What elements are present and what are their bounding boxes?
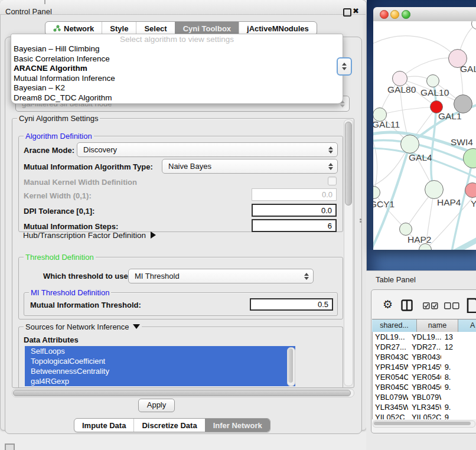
table-cell: 12 [441, 342, 476, 352]
table-cell: 9 [441, 412, 476, 419]
close-window-icon[interactable] [380, 10, 389, 19]
mi-threshold-input[interactable] [250, 298, 333, 311]
network-window-titlebar[interactable] [373, 7, 476, 22]
column-layout-icon[interactable] [401, 299, 413, 311]
zoom-window-icon[interactable] [402, 10, 410, 19]
manual-kernel-width-label: Manual Kernel Width Definition [24, 178, 137, 187]
table-row[interactable]: YBR045CYBR045C9. [373, 382, 476, 392]
tab-impute-data[interactable]: Impute Data [74, 419, 133, 432]
scrollbar-thumb[interactable] [13, 390, 351, 396]
network-node-y[interactable] [465, 182, 476, 198]
table-cell [441, 392, 476, 402]
tab-infer-network[interactable]: Infer Network [205, 419, 270, 432]
algorithm-option-basic-correlation-inference[interactable]: Basic Correlation Inference [11, 54, 343, 64]
manual-kernel-width-checkbox[interactable] [328, 177, 337, 185]
settings-vertical-scrollbar[interactable] [344, 119, 353, 386]
threshold-definition-group: Threshold Definition Which threshold to … [18, 257, 343, 319]
gear-icon[interactable]: ⚙ [383, 299, 393, 311]
table-cell: 9. [441, 362, 476, 372]
apply-button[interactable]: Apply [138, 399, 175, 412]
sources-expander[interactable]: Sources for Network Inference [24, 322, 142, 331]
tab-discretize-data[interactable]: Discretize Data [133, 419, 204, 432]
algorithm-option-bayesian-k2[interactable]: Bayesian – K2 [11, 83, 343, 93]
network-node-label: GAL10 [420, 87, 449, 98]
table-row[interactable]: YIL052CYIL052C9 [373, 412, 476, 419]
table-row[interactable]: YBL079WYBL079W [373, 392, 476, 402]
table-cell: 8. [441, 372, 476, 382]
network-node-label: HAP4 [437, 197, 461, 208]
mi-algorithm-type-combo[interactable]: Naive Bayes [162, 159, 338, 174]
aracne-mode-label: Aracne Mode: [24, 146, 74, 155]
table-row[interactable]: YDR27...YDR27...12 [373, 342, 476, 352]
column-header-shared[interactable]: shared... [372, 319, 417, 332]
table-cell: YPR145W [373, 362, 408, 372]
panel-resize-gripper[interactable] [360, 218, 362, 224]
stepper-down-icon [342, 67, 347, 70]
minimize-window-icon[interactable] [390, 10, 399, 19]
table-cell [441, 352, 476, 362]
attributes-list-scrollbar[interactable] [287, 347, 295, 386]
minimized-window-icon[interactable] [5, 444, 15, 450]
algorithm-option-dream8-dc-tdc-algorithm[interactable]: Dream8 DC_TDC Algorithm [11, 93, 343, 103]
algorithm-options-list: Bayesian – Hill ClimbingBasic Correlatio… [11, 44, 343, 103]
mi-algorithm-type-label: Mutual Information Algorithm Type: [24, 162, 153, 171]
table-row[interactable]: YBR043CYBR043C [373, 352, 476, 362]
tab-select[interactable]: Select [136, 22, 174, 35]
tab-label: Cyni Toolbox [183, 24, 231, 33]
network-node-label: GAL [460, 64, 476, 74]
column-header-name[interactable]: name [417, 319, 458, 332]
attribute-option-gal4rgexp[interactable]: gal4RGexp [25, 376, 295, 386]
network-node-gal4[interactable] [400, 135, 419, 154]
table-cell: YDL19... [373, 332, 408, 342]
table-row[interactable]: YER054CYER054C8. [373, 372, 476, 382]
attribute-option-betweennesscentrality[interactable]: BetweennessCentrality [25, 366, 295, 376]
deselect-all-columns-icon[interactable] [444, 302, 459, 309]
tab-network[interactable]: Network [45, 22, 102, 35]
table-cell: YBR045C [373, 382, 408, 392]
hub-tf-definition-expander[interactable]: Hub/Transcription Factor Definition [23, 231, 156, 240]
algorithm-combo-stepper[interactable] [337, 57, 352, 76]
application-root: Control Panel ✖ NetworkStyleSelectCyni T… [0, 0, 476, 450]
which-threshold-combo[interactable]: MI Threshold [128, 269, 314, 283]
combo-stepper-icon [328, 163, 333, 170]
table-cell: YIL052C [373, 412, 408, 419]
table-cell: YDR27... [373, 342, 408, 352]
close-panel-icon[interactable]: ✖ [353, 6, 359, 15]
algorithm-option-aracne-algorithm[interactable]: ARACNE Algorithm [11, 64, 343, 74]
scrollbar-thumb[interactable] [288, 348, 293, 383]
kernel-width-label: Kernel Width (0,1): [24, 191, 92, 200]
table-cell: 13 [441, 332, 476, 342]
table-row[interactable]: YLR345WYLR345W9. [373, 402, 476, 412]
table-horizontal-scrollbar[interactable] [373, 420, 475, 428]
network-view-canvas[interactable]: GALGAL80GAL10GAL1GAL11GAL4SWI4GCY1HAP4YH… [373, 21, 476, 250]
tab-cyni-toolbox[interactable]: Cyni Toolbox [175, 22, 239, 35]
aracne-mode-combo[interactable]: Discovery [77, 142, 338, 157]
network-node-gal10[interactable] [426, 74, 439, 87]
mi-steps-input[interactable] [252, 219, 337, 232]
table-row[interactable]: YDL19...YDL19...13 [373, 332, 476, 342]
mi-algorithm-type-value: Naive Bayes [162, 162, 328, 171]
select-all-columns-icon[interactable] [423, 302, 438, 309]
kernel-width-input[interactable] [252, 188, 337, 201]
column-header-a[interactable]: A [458, 319, 476, 332]
algorithm-option-bayesian-hill-climbing[interactable]: Bayesian – Hill Climbing [11, 44, 343, 54]
cyni-bottom-tabs: Impute DataDiscretize DataInfer Network [74, 418, 270, 432]
scrollbar-thumb[interactable] [345, 122, 352, 206]
attribute-option-selfloops[interactable]: SelfLoops [25, 346, 295, 356]
network-node-hap4[interactable] [425, 180, 444, 199]
tab-jactivemnodules[interactable]: jActiveMNodules [239, 22, 317, 35]
tab-style[interactable]: Style [102, 22, 136, 35]
threshold-definition-title: Threshold Definition [24, 253, 96, 262]
data-attributes-list: SelfLoopsTopologicalCoefficientBetweenne… [25, 346, 295, 386]
network-node[interactable] [454, 94, 472, 113]
attribute-option-topologicalcoefficient[interactable]: TopologicalCoefficient [25, 356, 295, 366]
scrollbar-thumb[interactable] [374, 422, 471, 425]
settings-horizontal-scrollbar[interactable] [12, 389, 354, 397]
table-cell: YBR045C [408, 382, 441, 392]
network-node-hap2[interactable] [399, 223, 412, 236]
new-table-icon[interactable] [467, 297, 476, 313]
algorithm-option-mutual-information-inference[interactable]: Mutual Information Inference [11, 74, 343, 84]
dpi-tolerance-input[interactable] [252, 204, 337, 217]
float-window-icon[interactable] [343, 8, 351, 17]
table-row[interactable]: YPR145WYPR145W9. [373, 362, 476, 372]
